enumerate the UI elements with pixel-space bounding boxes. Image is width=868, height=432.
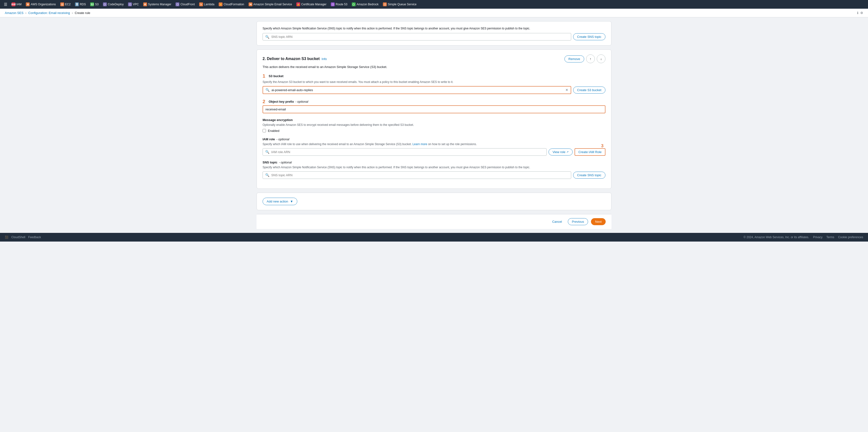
nav-s3[interactable]: S3 S3: [88, 1, 100, 7]
nav-cert-manager[interactable]: 🔒 Certificate Manager: [294, 1, 329, 7]
top-sns-topic-input[interactable]: [271, 33, 568, 40]
nav-route53[interactable]: ⬡ Route 53: [329, 1, 349, 7]
footer-right: © 2024, Amazon Web Services, Inc. or its…: [744, 236, 863, 239]
lambda-icon: λ: [199, 2, 203, 6]
iam-role-input[interactable]: [271, 149, 544, 155]
create-s3-bucket-button[interactable]: Create S3 bucket: [573, 87, 606, 94]
s3-info-link[interactable]: Info: [322, 57, 327, 61]
iam-role-hint: Specify which IAM role to use when deliv…: [262, 142, 606, 146]
view-role-button[interactable]: View role ↗: [549, 149, 572, 155]
s3-section-card: 2. Deliver to Amazon S3 bucket Info Remo…: [256, 50, 612, 189]
add-action-card: Add new action ▼: [256, 193, 612, 210]
iam-role-input-row: 🔍 View role ↗ 3 Create IAM Role: [262, 148, 606, 156]
sns-topic-input[interactable]: [271, 172, 568, 179]
object-key-input[interactable]: [262, 105, 606, 113]
nav-lambda[interactable]: λ Lambda: [197, 1, 216, 7]
ec2-icon: ⊡: [60, 2, 64, 6]
cloudfront-icon: ⬡: [176, 2, 179, 6]
remove-button[interactable]: Remove: [564, 56, 584, 62]
footer-copyright: © 2024, Amazon Web Services, Inc. or its…: [744, 236, 809, 239]
s3-section-actions: Remove ↑ ↓: [564, 55, 606, 63]
breadcrumb-actions: ℹ ⚙: [857, 11, 863, 15]
nav-cloudfront[interactable]: ⬡ CloudFront: [174, 1, 196, 7]
partial-sns-hint: Specify which Amazon Simple Notification…: [262, 26, 606, 31]
feedback-link[interactable]: Feedback: [28, 236, 41, 239]
top-sns-search-icon: 🔍: [265, 35, 269, 39]
message-encryption-hint: Optionally enable Amazon SES to encrypt …: [262, 123, 606, 127]
message-encryption-form-group: Message encryption Optionally enable Ama…: [262, 118, 606, 132]
cloudshell-icon: ⬛: [5, 236, 8, 239]
footer-privacy-link[interactable]: Privacy: [813, 236, 823, 239]
breadcrumb-current: Create rule: [75, 11, 90, 15]
add-new-action-button[interactable]: Add new action ▼: [262, 198, 297, 205]
cloudshell-link[interactable]: CloudShell: [11, 236, 25, 239]
nav-ec2[interactable]: ⊡ EC2: [58, 1, 72, 7]
bottom-action-bar: Cancel Previous Next: [256, 214, 612, 229]
breadcrumb-sep-2: ›: [72, 11, 73, 15]
hamburger-menu[interactable]: ☰: [2, 1, 9, 8]
s3-bucket-input-row: 🔍 ✕ Create S3 bucket: [262, 86, 606, 94]
nav-rds[interactable]: 🗄 RDS: [73, 1, 88, 7]
move-up-button[interactable]: ↑: [586, 55, 595, 63]
cert-manager-icon: 🔒: [296, 2, 300, 6]
partial-sns-card: Specify which Amazon Simple Notification…: [256, 21, 612, 45]
step2-annotation: 2: [262, 99, 265, 104]
next-button[interactable]: Next: [591, 218, 606, 225]
iam-role-label: IAM role - optional: [262, 137, 606, 141]
systems-manager-icon: ⚙: [143, 2, 147, 6]
rds-icon: 🗄: [75, 2, 79, 6]
main-content: Specify which Amazon Simple Notification…: [251, 18, 617, 233]
footer-terms-link[interactable]: Terms: [826, 236, 834, 239]
top-create-sns-button[interactable]: Create SNS topic: [573, 33, 606, 40]
create-iam-role-button[interactable]: Create IAM Role: [575, 148, 606, 156]
object-key-form-group: 2 Object key prefix - optional: [262, 99, 606, 113]
settings-icon[interactable]: ⚙: [860, 11, 863, 15]
footer-cookie-link[interactable]: Cookie preferences: [838, 236, 863, 239]
sns-topic-input-wrapper: 🔍: [262, 172, 571, 179]
sns-topic-label: SNS topic - optional: [262, 160, 606, 164]
cancel-button[interactable]: Cancel: [549, 218, 565, 225]
footer: ⬛ CloudShell Feedback © 2024, Amazon Web…: [0, 233, 868, 242]
codedeploy-icon: ⬡: [103, 2, 107, 6]
footer-left: ⬛ CloudShell Feedback: [5, 236, 41, 239]
nav-ses[interactable]: ✉ Amazon Simple Email Service: [247, 1, 294, 7]
info-icon[interactable]: ℹ: [857, 11, 858, 15]
message-encryption-checkbox[interactable]: [262, 129, 266, 132]
breadcrumb-sep-1: ›: [25, 11, 26, 15]
aws-org-icon: ⚙: [26, 2, 30, 6]
nav-aws-org[interactable]: ⚙ AWS Organizations: [24, 1, 58, 7]
move-down-button[interactable]: ↓: [597, 55, 606, 63]
message-encryption-label: Message encryption: [262, 118, 606, 122]
cloudformation-icon: ⚡: [219, 2, 222, 6]
object-key-label: 2 Object key prefix - optional: [262, 99, 606, 104]
s3-bucket-clear-icon[interactable]: ✕: [565, 88, 568, 92]
top-sns-input-wrapper: 🔍: [262, 33, 571, 40]
message-encryption-checkbox-wrapper: Enabled: [262, 129, 606, 132]
s3-bucket-label: 1 S3 bucket: [262, 73, 606, 79]
nav-vpc[interactable]: ⬡ VPC: [126, 1, 141, 7]
breadcrumb-item-ses[interactable]: Amazon SES: [5, 11, 23, 15]
iam-role-learn-more-link[interactable]: Learn more: [412, 143, 427, 146]
step3-annotation: 3: [601, 144, 603, 149]
nav-cloudformation[interactable]: ⚡ CloudFormation: [217, 1, 246, 7]
vpc-icon: ⬡: [128, 2, 132, 6]
breadcrumb-bar: Amazon SES › Configuration: Email receiv…: [0, 9, 868, 18]
nav-systems-manager[interactable]: ⚙ Systems Manager: [141, 1, 173, 7]
nav-codedeploy[interactable]: ⬡ CodeDeploy: [101, 1, 126, 7]
s3-bucket-search-icon: 🔍: [266, 88, 270, 92]
create-sns-button[interactable]: Create SNS topic: [573, 172, 606, 179]
ses-icon: ✉: [249, 2, 252, 6]
nav-bedrock[interactable]: ⬡ Amazon Bedrock: [350, 1, 380, 7]
iam-icon: IAM: [11, 2, 16, 6]
nav-iam[interactable]: IAM IAM: [10, 1, 23, 7]
previous-button[interactable]: Previous: [568, 218, 588, 225]
nav-sqs[interactable]: ⬡ Simple Queue Service: [381, 1, 418, 7]
s3-bucket-input[interactable]: [272, 87, 563, 94]
sns-topic-input-row: 🔍 Create SNS topic: [262, 172, 606, 179]
sqs-icon: ⬡: [383, 2, 387, 6]
s3-section-header: 2. Deliver to Amazon S3 bucket Info Remo…: [262, 55, 606, 63]
breadcrumb-item-email-receiving[interactable]: Configuration: Email receiving: [28, 11, 70, 15]
s3-section-description: This action delivers the received email …: [262, 65, 606, 69]
external-link-icon: ↗: [566, 150, 568, 154]
s3-section-title: 2. Deliver to Amazon S3 bucket: [262, 57, 320, 61]
